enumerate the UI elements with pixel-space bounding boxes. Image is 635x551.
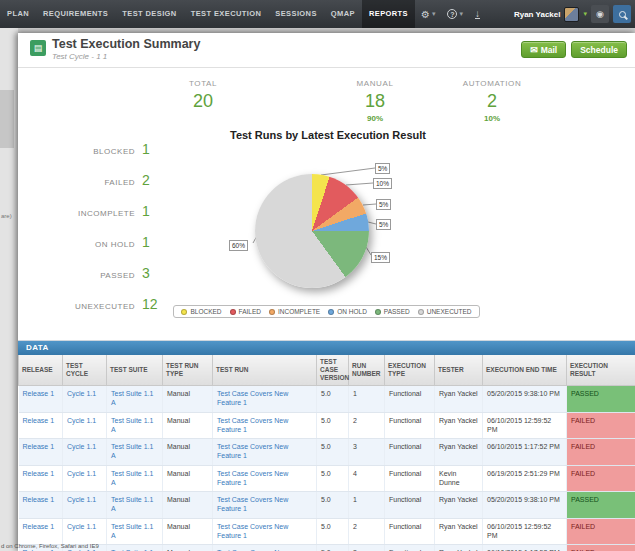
cell-end_time: 06/10/2015 12:59:52 PM [483,518,567,545]
settings-menu[interactable]: ⚙ ▾ [415,9,441,20]
cycle-link[interactable]: Cycle 1.1 [67,470,96,477]
main-nav: PLAN REQUIREMENTS TEST DESIGN TEST EXECU… [0,0,635,28]
suite-link[interactable]: Test Suite 1.1 A [111,417,153,433]
avatar[interactable] [564,7,579,22]
column-header: RELEASE [19,355,63,386]
release-link[interactable]: Release 1 [23,443,55,450]
run-link[interactable]: Test Case Covers New Feature 1 [217,496,288,512]
cycle-link[interactable]: Cycle 1.1 [67,443,96,450]
cell-suite: Test Suite 1.1 A [107,412,163,439]
watch-button[interactable]: ◉ [591,5,609,23]
pie-label-failed: 10% [373,178,392,189]
cell-result: FAILED [567,439,635,466]
cell-cycle: Cycle 1.1 [63,439,107,466]
browser-support-note: d on Chrome, Firefox, Safari and IE9 [1,543,99,549]
search-button[interactable] [613,5,631,23]
pie-label-unexecuted: 60% [229,240,248,251]
pie-chart[interactable] [255,174,369,288]
cell-suite: Test Suite 1.1 A [107,518,163,545]
cell-version: 5.0 [317,545,349,551]
cycle-link[interactable]: Cycle 1.1 [67,390,96,397]
legend-swatch [181,309,187,315]
suite-link[interactable]: Test Suite 1.1 A [111,523,153,539]
cell-suite: Test Suite 1.1 A [107,439,163,466]
table-row: Release 1Cycle 1.1Test Suite 1.1 AManual… [19,439,635,466]
table-row: Release 1Cycle 1.1Test Suite 1.1 AManual… [19,518,635,545]
legend-item: INCOMPLETE [269,308,320,315]
legend-swatch [230,309,236,315]
nav-item-sessions[interactable]: SESSIONS [268,0,324,28]
nav-item-test-design[interactable]: TEST DESIGN [115,0,183,28]
stat-automation-value: 2 [447,91,537,112]
cell-release: Release 1 [19,518,63,545]
run-link[interactable]: Test Case Covers New Feature 1 [217,390,288,406]
status-value: 3 [142,265,150,281]
status-count-passed: PASSED 3 [18,265,188,281]
suite-link[interactable]: Test Suite 1.1 A [111,496,153,512]
legend-item: ON HOLD [328,308,367,315]
legend-label: UNEXECUTED [427,308,472,315]
status-label: PASSED [18,271,135,280]
cell-tester: Ryan Yackel [435,439,483,466]
table-row: Release 1Cycle 1.1Test Suite 1.1 AManual… [19,386,635,413]
suite-link[interactable]: Test Suite 1.1 A [111,443,153,459]
cell-run_type: Manual [163,465,213,492]
chevron-down-icon[interactable]: ▾ [583,10,587,18]
cell-release: Release 1 [19,465,63,492]
cell-run_number: 4 [349,465,385,492]
cell-tester: Ryan Yackel [435,386,483,413]
column-header: EXECUTION RESULT [567,355,635,386]
stat-total: TOTAL 20 [158,79,248,112]
column-header: EXECUTION END TIME [483,355,567,386]
nav-item-qmap[interactable]: QMAP [324,0,362,28]
schedule-button[interactable]: Schedule [571,41,627,58]
cycle-link[interactable]: Cycle 1.1 [67,523,96,530]
nav-item-reports[interactable]: REPORTS [362,0,415,28]
user-name[interactable]: Ryan Yackel [514,10,561,19]
release-link[interactable]: Release 1 [23,470,55,477]
cell-version: 5.0 [317,412,349,439]
suite-link[interactable]: Test Suite 1.1 A [111,470,153,486]
download-button[interactable]: ↓ [469,9,486,19]
release-link[interactable]: Release 1 [23,390,55,397]
run-link[interactable]: Test Case Covers New Feature 1 [217,417,288,433]
help-menu[interactable]: ? ▾ [441,9,469,19]
stat-total-label: TOTAL [158,79,248,88]
cell-run: Test Case Covers New Feature 1 [213,492,317,519]
legend-swatch [269,309,275,315]
cell-exec_type: Functional [385,545,435,551]
release-link[interactable]: Release 1 [23,417,55,424]
cell-result: PASSED [567,492,635,519]
cell-run_type: Manual [163,386,213,413]
run-link[interactable]: Test Case Covers New Feature 1 [217,443,288,459]
cell-result: FAILED [567,545,635,551]
cycle-link[interactable]: Cycle 1.1 [67,417,96,424]
cell-end_time: 06/19/2015 2:51:29 PM [483,465,567,492]
nav-item-test-execution[interactable]: TEST EXECUTION [184,0,269,28]
report-icon: ▤ [30,40,46,56]
stat-automation-label: AUTOMATION [447,79,537,88]
release-link[interactable]: Release 1 [23,523,55,530]
cell-exec_type: Functional [385,439,435,466]
release-link[interactable]: Release 1 [23,496,55,503]
cell-run_number: 3 [349,439,385,466]
cell-release: Release 1 [19,439,63,466]
cell-version: 5.0 [317,386,349,413]
run-link[interactable]: Test Case Covers New Feature 1 [217,470,288,486]
mail-button[interactable]: ✉ Mail [521,41,566,58]
cycle-link[interactable]: Cycle 1.1 [67,496,96,503]
status-value: 1 [142,234,150,250]
nav-item-requirements[interactable]: REQUIREMENTS [36,0,115,28]
column-header: TEST CASE VERSION [317,355,349,386]
cell-version: 5.0 [317,492,349,519]
background-text-fragment: are) [1,213,12,219]
suite-link[interactable]: Test Suite 1.1 A [111,390,153,406]
table-row: Release 1Cycle 1.1Test Suite 1.1 AManual… [19,492,635,519]
data-table: RELEASETEST CYCLETEST SUITETEST RUN TYPE… [18,355,635,551]
data-table-body: Release 1Cycle 1.1Test Suite 1.1 AManual… [19,386,635,551]
legend-label: PASSED [384,308,410,315]
run-link[interactable]: Test Case Covers New Feature 1 [217,523,288,539]
cell-end_time: 06/10/2015 1:17:52 PM [483,545,567,551]
data-section-title: DATA [18,341,635,355]
nav-item-plan[interactable]: PLAN [0,0,36,28]
